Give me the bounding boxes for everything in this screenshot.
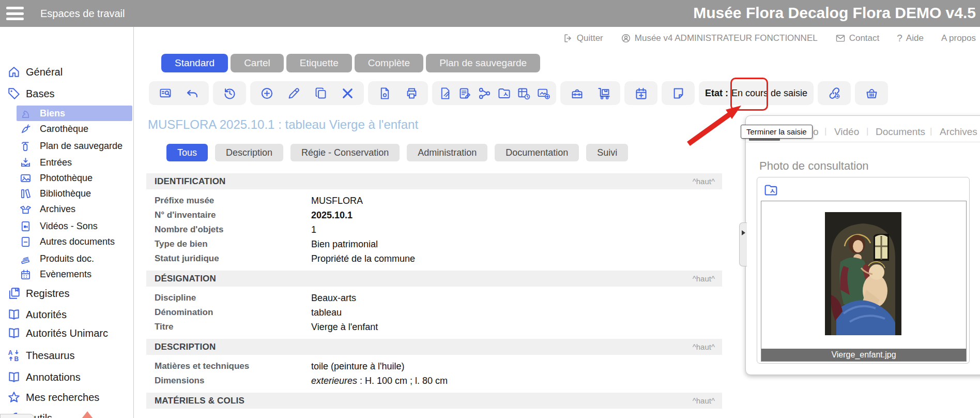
tab-tous[interactable]: Tous [166, 144, 208, 161]
edit-record-button[interactable] [280, 81, 307, 105]
print-button[interactable] [398, 81, 425, 105]
current-user[interactable]: Musée v4 ADMINISTRATEUR FONCTIONNEL [621, 33, 818, 43]
sidebar-item-phototheque[interactable]: Photothèque [20, 171, 93, 185]
tooltip-terminer-la-saisie: Terminer la saisie [741, 125, 813, 139]
field-row: Préfixe muséeMUSFLORA [146, 193, 722, 208]
attach-page-button[interactable] [435, 81, 455, 105]
records-search-button[interactable] [152, 81, 179, 105]
tab-standard[interactable]: Standard [161, 54, 228, 72]
about-button[interactable]: A propos [941, 33, 976, 43]
sidebar-item-videos-sons[interactable]: Vidéos - Sons [20, 219, 98, 233]
record-tabs: Tous Description Régie - Conservation Ad… [166, 144, 628, 161]
photo-frame[interactable]: Vierge_enfant.jpg [761, 201, 967, 362]
related-records-button[interactable] [474, 81, 494, 105]
tag-icon [7, 87, 21, 100]
section-header-materiels-colis: MATÉRIELS & COLIS ^haut^ [146, 393, 722, 409]
sidebar-item-autorites-unimarc[interactable]: Autorités Unimarc [7, 325, 108, 341]
sidebar-item-autres-documents[interactable]: Autres documents [20, 234, 115, 249]
form-edit-button[interactable] [455, 81, 474, 105]
duplicate-record-button[interactable] [307, 81, 334, 105]
tab-administration[interactable]: Administration [407, 144, 487, 161]
calendar-add-button[interactable] [627, 81, 654, 105]
toolbox-icon [570, 86, 584, 100]
finish-entry-button[interactable] [821, 81, 848, 105]
quit-button[interactable]: Quitter [563, 33, 603, 43]
record-state-badge: Etat : En cours de saisie [699, 81, 814, 105]
basket-button[interactable] [858, 81, 885, 105]
delete-record-button[interactable] [334, 81, 361, 105]
tab-plan-sauvegarde[interactable]: Plan de sauvegarde [426, 54, 540, 72]
undo-icon [186, 86, 200, 100]
print-icon [405, 86, 419, 100]
tab-cartel[interactable]: Cartel [231, 54, 284, 72]
state-label: Etat : [705, 88, 728, 99]
help-button[interactable]: ? Aide [897, 33, 924, 44]
sidebar-item-thesaurus[interactable]: Thesaurus [7, 348, 75, 363]
tab-suivi[interactable]: Suivi [586, 144, 628, 161]
sidebar-item-registres[interactable]: Registres [7, 286, 69, 301]
sidebar-item-autorites[interactable]: Autorités [7, 307, 67, 322]
utility-nav: Quitter Musée v4 ADMINISTRATEUR FONCTION… [0, 27, 976, 50]
undo-button[interactable] [179, 81, 206, 105]
sidebar-item-biens[interactable]: Biens [20, 106, 65, 121]
sidebar-item-bases[interactable]: Bases [7, 86, 55, 101]
table-clock-button[interactable] [514, 81, 533, 105]
field-row: Statut juridiquePropriété de la commune [146, 251, 722, 266]
tab-complete[interactable]: Complète [355, 54, 423, 72]
contact-button[interactable]: Contact [835, 33, 880, 43]
sidebar-item-annotations[interactable]: Annotations [7, 369, 81, 385]
toolbox-button[interactable] [563, 81, 590, 105]
field-row: Dimensionsexterieures : H. 100 cm ; l. 8… [146, 374, 722, 388]
books-icon [20, 188, 32, 200]
tab-documentation[interactable]: Documentation [495, 144, 579, 161]
sidebar-item-plan-sauvegarde[interactable]: Plan de sauvegarde [20, 139, 122, 153]
field-row: DisciplineBeaux-arts [146, 291, 722, 305]
history-icon [223, 86, 237, 100]
records-search-icon [159, 86, 173, 100]
sidebar-item-archives[interactable]: Archives [20, 202, 75, 216]
sidebar-item-produits-doc[interactable]: Produits doc. [20, 251, 94, 266]
media-tab-documents[interactable]: Documents [876, 126, 925, 138]
back-to-top-link[interactable]: ^haut^ [693, 177, 715, 186]
media-card-add-icon [537, 86, 550, 100]
export-page-button[interactable] [371, 81, 398, 105]
trolley-button[interactable] [590, 81, 617, 105]
sidebar-item-general[interactable]: Général [7, 64, 63, 80]
sidebar-item-mes-recherches[interactable]: Mes recherches [7, 390, 99, 405]
partial-element-fragment [0, 414, 34, 418]
sidebar-item-carotheque[interactable]: Carothèque [20, 122, 88, 136]
note-button[interactable] [665, 81, 692, 105]
calendar-icon [20, 268, 32, 280]
add-record-button[interactable] [253, 81, 280, 105]
media-card-add-button[interactable] [533, 81, 553, 105]
history-button[interactable] [216, 81, 243, 105]
related-records-icon [478, 86, 492, 100]
question-mark-icon: ? [897, 33, 902, 44]
section-header-identification: IDENTIFICATION ^haut^ [146, 173, 722, 189]
back-to-top-link[interactable]: ^haut^ [693, 396, 715, 405]
hamburger-menu-icon[interactable] [6, 7, 24, 20]
media-tab-video[interactable]: Vidéo [834, 126, 859, 138]
translate-ab-icon [7, 349, 21, 362]
sidebar-item-evenements[interactable]: Evènements [20, 267, 91, 281]
table-clock-icon [517, 86, 531, 100]
fire-extinguisher-icon [20, 140, 32, 152]
media-folder-button[interactable] [494, 81, 514, 105]
open-media-folder-button[interactable] [760, 180, 781, 200]
delete-icon [341, 86, 355, 100]
carrot-icon [20, 123, 32, 135]
panel-collapse-handle[interactable] [739, 222, 747, 266]
tab-etiquette[interactable]: Etiquette [286, 54, 352, 72]
media-tab-archives[interactable]: Archives [940, 126, 977, 138]
back-to-top-link[interactable]: ^haut^ [693, 342, 715, 351]
sidebar-item-bibliotheque[interactable]: Bibliothèque [20, 186, 91, 201]
photo-card: Vierge_enfant.jpg [757, 177, 970, 364]
tab-description[interactable]: Description [215, 144, 283, 161]
document-icon [20, 236, 32, 248]
add-record-icon [260, 86, 274, 100]
workspaces-label[interactable]: Espaces de travail [40, 8, 125, 20]
back-to-top-link[interactable]: ^haut^ [693, 274, 715, 283]
sidebar-item-entrees[interactable]: Entrées [20, 155, 72, 170]
photo-filename: Vierge_enfant.jpg [761, 349, 966, 361]
tab-regie-conservation[interactable]: Régie - Conservation [290, 144, 400, 161]
